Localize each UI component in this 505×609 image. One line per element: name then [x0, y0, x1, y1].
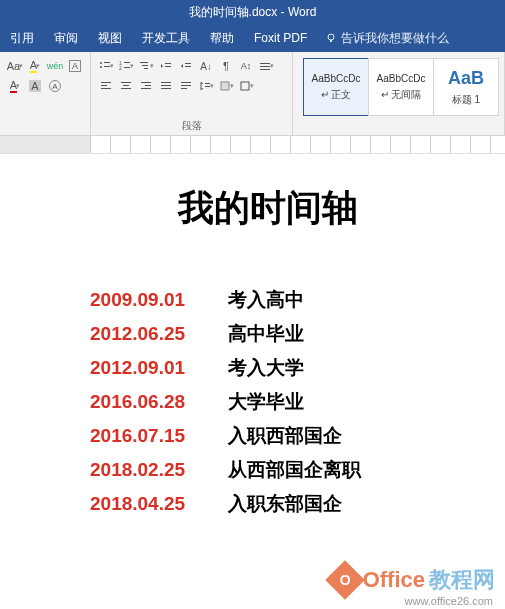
timeline-row: 2016.07.15入职西部国企 — [90, 419, 485, 453]
phonetic-guide-button[interactable]: wén — [46, 57, 64, 75]
timeline-date: 2012.06.25 — [90, 317, 210, 351]
align-justify-button[interactable] — [157, 77, 175, 95]
style-preview: AaBbCcDc — [377, 73, 426, 84]
paragraph-group: ▾ 12▾ ▾ A↓ ¶ A↕ ▾ ▾ ▾ ▾ 段落 — [91, 52, 293, 135]
svg-point-4 — [100, 66, 102, 68]
char-shading-button[interactable]: A — [26, 77, 44, 95]
bullets-button[interactable]: ▾ — [97, 57, 115, 75]
svg-rect-15 — [185, 63, 191, 64]
svg-rect-32 — [181, 82, 191, 83]
increase-indent-button[interactable] — [177, 57, 195, 75]
highlight-button[interactable]: A▾ — [26, 57, 44, 75]
svg-rect-21 — [101, 85, 107, 86]
svg-rect-37 — [221, 82, 229, 90]
svg-rect-1 — [330, 40, 332, 42]
svg-rect-31 — [161, 88, 171, 89]
timeline-list: 2009.09.01考入高中 2012.06.25高中毕业 2012.09.01… — [90, 283, 485, 521]
svg-rect-33 — [181, 85, 191, 86]
ruler[interactable] — [0, 136, 505, 154]
svg-rect-22 — [101, 88, 111, 89]
watermark-logo: O Office教程网 — [331, 565, 495, 595]
style-preview: AaBbCcDc — [312, 73, 361, 84]
ruler-margin — [0, 136, 90, 153]
svg-rect-26 — [141, 82, 151, 83]
svg-rect-12 — [144, 68, 148, 69]
text-direction-button[interactable]: A↕ — [237, 57, 255, 75]
align-distribute2-button[interactable] — [177, 77, 195, 95]
numbering-button[interactable]: 12▾ — [117, 57, 135, 75]
borders-button[interactable]: ▾ — [237, 77, 255, 95]
multilevel-list-button[interactable]: ▾ — [137, 57, 155, 75]
timeline-date: 2016.06.28 — [90, 385, 210, 419]
shading-button[interactable]: ▾ — [217, 77, 235, 95]
svg-rect-28 — [141, 88, 151, 89]
svg-rect-10 — [140, 62, 148, 63]
watermark-url: www.office26.com — [405, 595, 493, 607]
svg-rect-20 — [101, 82, 111, 83]
show-marks-button[interactable]: ¶ — [217, 57, 235, 75]
style-name: ↵ 正文 — [321, 88, 352, 102]
svg-rect-29 — [161, 82, 171, 83]
svg-rect-27 — [145, 85, 151, 86]
style-heading1[interactable]: AaB 标题 1 — [433, 58, 499, 116]
styles-gallery: AaBbCcDc ↵ 正文 AaBbCcDc ↵ 无间隔 AaB 标题 1 — [299, 56, 498, 118]
document-heading: 我的时间轴 — [50, 184, 485, 233]
style-name: ↵ 无间隔 — [381, 88, 422, 102]
style-preview: AaB — [448, 68, 484, 89]
paragraph-group-label: 段落 — [97, 119, 286, 133]
ruler-scale — [90, 136, 505, 153]
watermark-text1: Office — [363, 567, 425, 593]
svg-rect-13 — [165, 63, 171, 64]
align-right-button[interactable] — [137, 77, 155, 95]
timeline-row: 2012.06.25高中毕业 — [90, 317, 485, 351]
svg-rect-23 — [121, 82, 131, 83]
svg-rect-19 — [260, 69, 270, 70]
tab-references[interactable]: 引用 — [0, 24, 44, 52]
style-normal[interactable]: AaBbCcDc ↵ 正文 — [303, 58, 369, 116]
svg-rect-34 — [181, 88, 187, 89]
timeline-date: 2018.04.25 — [90, 487, 210, 521]
timeline-event: 考入高中 — [228, 283, 304, 317]
timeline-row: 2018.04.25入职东部国企 — [90, 487, 485, 521]
svg-rect-24 — [123, 85, 129, 86]
tell-me-search[interactable]: 告诉我你想要做什么 — [317, 30, 449, 47]
timeline-event: 入职西部国企 — [228, 419, 342, 453]
tab-view[interactable]: 视图 — [88, 24, 132, 52]
decrease-indent-button[interactable] — [157, 57, 175, 75]
tab-foxit-pdf[interactable]: Foxit PDF — [244, 24, 317, 52]
timeline-row: 2009.09.01考入高中 — [90, 283, 485, 317]
timeline-event: 从西部国企离职 — [228, 453, 361, 487]
enclose-char-button[interactable]: A — [46, 77, 64, 95]
line-spacing-button[interactable]: ▾ — [197, 77, 215, 95]
timeline-date: 2018.02.25 — [90, 453, 210, 487]
change-case-button[interactable]: Aa▾ — [6, 57, 24, 75]
ribbon: Aa▾ A▾ wén A A▾ A A ▾ 12▾ ▾ A↓ ¶ A↕ — [0, 52, 505, 136]
svg-point-2 — [100, 62, 102, 64]
timeline-row: 2012.09.01考入大学 — [90, 351, 485, 385]
svg-point-0 — [328, 34, 334, 40]
tell-me-text: 告诉我你想要做什么 — [341, 30, 449, 47]
tab-help[interactable]: 帮助 — [200, 24, 244, 52]
style-no-spacing[interactable]: AaBbCcDc ↵ 无间隔 — [368, 58, 434, 116]
align-distributed-button[interactable]: ▾ — [257, 57, 275, 75]
sort-button[interactable]: A↓ — [197, 57, 215, 75]
font-group: Aa▾ A▾ wén A A▾ A A — [0, 52, 91, 135]
svg-rect-38 — [241, 82, 249, 90]
svg-text:2: 2 — [119, 65, 122, 71]
align-left-button[interactable] — [97, 77, 115, 95]
timeline-date: 2009.09.01 — [90, 283, 210, 317]
font-color-button[interactable]: A▾ — [6, 77, 24, 95]
timeline-date: 2012.09.01 — [90, 351, 210, 385]
timeline-event: 入职东部国企 — [228, 487, 342, 521]
char-border-button[interactable]: A — [66, 57, 84, 75]
tab-review[interactable]: 审阅 — [44, 24, 88, 52]
document-body[interactable]: 我的时间轴 2009.09.01考入高中 2012.06.25高中毕业 2012… — [0, 154, 505, 541]
svg-rect-14 — [165, 66, 171, 67]
svg-rect-11 — [142, 65, 148, 66]
tab-developer[interactable]: 开发工具 — [132, 24, 200, 52]
svg-rect-25 — [121, 88, 131, 89]
window-title: 我的时间轴.docx - Word — [189, 5, 317, 19]
svg-rect-18 — [260, 66, 270, 67]
ribbon-tabs: 引用 审阅 视图 开发工具 帮助 Foxit PDF 告诉我你想要做什么 — [0, 24, 505, 52]
align-center-button[interactable] — [117, 77, 135, 95]
